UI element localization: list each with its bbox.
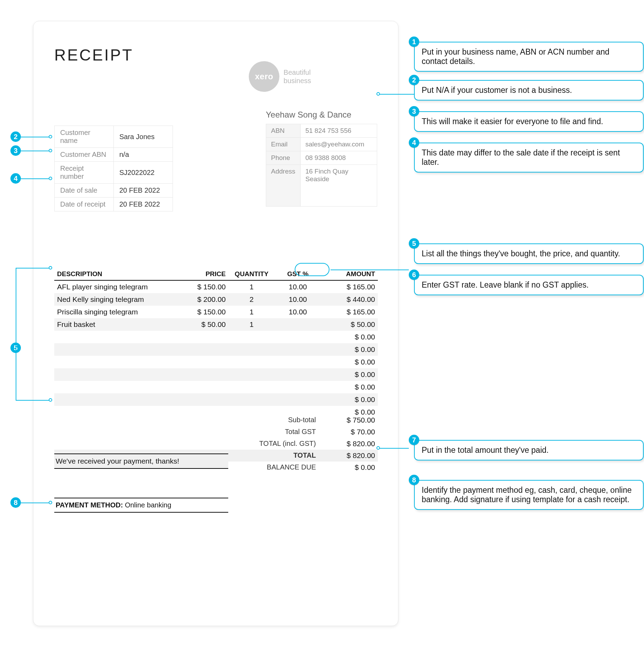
table-row: Emailsales@yeehaw.com	[266, 138, 377, 151]
connector	[21, 137, 49, 137]
callout-8: Identify the payment method eg, cash, ca…	[414, 480, 644, 510]
callout-5: List all the things they've bought, the …	[414, 243, 644, 264]
address-line-1: 16 Finch Quay	[305, 168, 349, 175]
label-biz-email: Email	[266, 138, 301, 151]
connector	[21, 151, 49, 151]
total-gst-value: $ 70.00	[322, 426, 378, 438]
item-qty	[229, 381, 275, 393]
customer-table: Customer nameSara Jones Customer ABNn/a …	[54, 126, 173, 211]
item-gst	[275, 343, 321, 356]
item-gst	[275, 318, 321, 331]
item-qty	[229, 331, 275, 343]
table-row: Date of receipt20 FEB 2022	[55, 198, 173, 211]
callout-4-badge: 4	[409, 137, 419, 148]
item-desc: Fruit basket	[54, 318, 182, 331]
label-date-of-receipt: Date of receipt	[55, 198, 114, 211]
total-gst-label: Total GST	[54, 426, 322, 438]
brand-tagline-1: Beautiful	[284, 68, 311, 77]
item-desc: AFL player singing telegram	[54, 280, 182, 293]
item-desc	[54, 343, 182, 356]
callout-6: Enter GST rate. Leave blank if no GST ap…	[414, 275, 644, 295]
item-qty	[229, 343, 275, 356]
subtotal-row: Sub-total$ 750.00	[54, 414, 378, 426]
table-row: $ 0.00	[54, 356, 378, 368]
col-price: PRICE	[182, 268, 229, 280]
item-desc	[54, 381, 182, 393]
callout-6-text: Enter GST rate. Leave blank if no GST ap…	[422, 280, 589, 289]
callout-7-text: Put in the total amount they've paid.	[422, 446, 549, 455]
table-row: Customer ABNn/a	[55, 148, 173, 162]
connector-dot	[49, 135, 52, 138]
table-row: $ 0.00	[54, 393, 378, 406]
callout-7: Put in the total amount they've paid.	[414, 440, 644, 460]
value-biz-email: sales@yeehaw.com	[300, 138, 377, 151]
table-row: Fruit basket$ 50.001$ 50.00	[54, 318, 378, 331]
item-desc	[54, 368, 182, 381]
connector	[331, 270, 409, 270]
table-row: Customer nameSara Jones	[55, 126, 173, 148]
table-row: Address16 Finch QuaySeaside	[266, 165, 377, 207]
connector-dot	[49, 501, 52, 504]
table-row: $ 0.00	[54, 381, 378, 393]
callout-6-badge: 6	[409, 270, 419, 280]
callout-8-text: Identify the payment method eg, cash, ca…	[422, 486, 632, 504]
item-desc	[54, 393, 182, 406]
item-price: $ 200.00	[182, 293, 229, 306]
connector-dot	[49, 398, 52, 402]
address-line-2: Seaside	[305, 175, 329, 183]
item-price: $ 150.00	[182, 280, 229, 293]
connector	[16, 400, 49, 401]
payment-method: PAYMENT METHOD: Online banking	[54, 498, 228, 513]
left-badge-2: 2	[10, 131, 21, 142]
connector	[16, 268, 16, 400]
label-biz-address: Address	[266, 165, 301, 207]
value-date-of-receipt: 20 FEB 2022	[114, 198, 173, 211]
item-price: $ 50.00	[182, 318, 229, 331]
value-receipt-number: SJ2022022	[114, 162, 173, 184]
item-price	[182, 393, 229, 406]
table-row: $ 0.00	[54, 368, 378, 381]
left-badge-4: 4	[10, 173, 21, 184]
col-gst: GST %	[275, 268, 321, 280]
item-amount: $ 0.00	[321, 356, 378, 368]
item-qty: 1	[229, 306, 275, 318]
total-gst-row: Total GST$ 70.00	[54, 426, 378, 438]
item-qty: 1	[229, 280, 275, 293]
left-badge-8: 8	[10, 497, 21, 508]
item-amount: $ 0.00	[321, 368, 378, 381]
brand-logo: xero Beautiful business	[249, 61, 311, 92]
item-desc	[54, 331, 182, 343]
callout-2: Put N/A if your customer is not a busine…	[414, 80, 644, 101]
item-price	[182, 343, 229, 356]
total-incl-row: TOTAL (incl. GST)$ 820.00	[54, 438, 378, 450]
connector	[21, 503, 49, 503]
value-date-of-sale: 20 FEB 2022	[114, 184, 173, 198]
item-amount: $ 440.00	[321, 293, 378, 306]
connector-dot	[49, 149, 52, 152]
connector-dot	[376, 92, 380, 96]
table-row: ABN51 824 753 556	[266, 124, 377, 138]
value-customer-abn: n/a	[114, 148, 173, 162]
table-row: AFL player singing telegram$ 150.00110.0…	[54, 280, 378, 293]
item-amount: $ 0.00	[321, 393, 378, 406]
total-incl-label: TOTAL (incl. GST)	[54, 438, 322, 450]
item-price	[182, 331, 229, 343]
label-customer-name: Customer name	[55, 126, 114, 148]
item-gst: 10.00	[275, 280, 321, 293]
connector	[21, 178, 49, 179]
callout-5-text: List all the things they've bought, the …	[422, 249, 620, 258]
table-row: Ned Kelly singing telegram$ 200.00210.00…	[54, 293, 378, 306]
callout-1: Put in your business name, ABN or ACN nu…	[414, 42, 644, 72]
item-gst	[275, 381, 321, 393]
item-gst: 10.00	[275, 293, 321, 306]
callout-3-text: This will make it easier for everyone to…	[422, 117, 603, 126]
table-row: Phone08 9388 8008	[266, 151, 377, 165]
connector	[379, 448, 409, 449]
callout-3: This will make it easier for everyone to…	[414, 111, 644, 132]
table-row: $ 0.00	[54, 343, 378, 356]
item-amount: $ 50.00	[321, 318, 378, 331]
item-amount: $ 0.00	[321, 381, 378, 393]
table-row: $ 0.00	[54, 331, 378, 343]
item-price: $ 150.00	[182, 306, 229, 318]
items-table: DESCRIPTION PRICE QUANTITY GST % AMOUNT …	[54, 268, 378, 418]
